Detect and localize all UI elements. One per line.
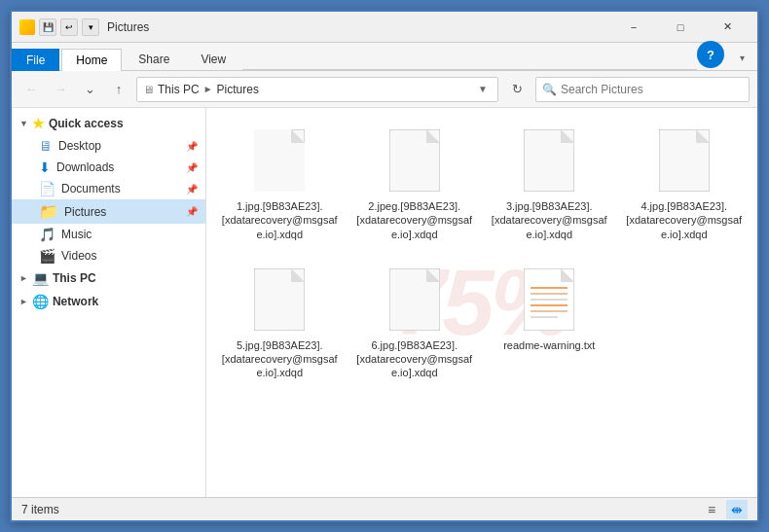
network-label: Network — [53, 295, 98, 308]
file-icon-txt — [524, 268, 574, 331]
videos-icon: 🎬 — [39, 248, 55, 264]
up-button[interactable]: ↑ — [107, 78, 130, 101]
network-header[interactable]: ► 🌐 Network — [12, 290, 205, 313]
title-bar: 💾 ↩ ▾ Pictures − □ ✕ — [12, 12, 757, 43]
close-button[interactable]: ✕ — [705, 12, 750, 43]
view-large-icons-button[interactable]: ⇼ — [726, 500, 748, 519]
sidebar-pictures-label: Pictures — [64, 205, 106, 219]
sidebar-item-music[interactable]: 🎵 Music — [12, 224, 205, 245]
recent-locations-button[interactable]: ⌄ — [78, 78, 101, 101]
sidebar-item-desktop[interactable]: 🖥 Desktop 📌 — [12, 135, 205, 157]
quick-access-header[interactable]: ▼ ★ Quick access — [12, 112, 205, 135]
file-item[interactable]: 5.jpg.[9B83AE23].[xdatarecovery@msgsafe.… — [216, 257, 344, 388]
path-segment-thispc[interactable]: This PC — [158, 83, 200, 96]
address-box[interactable]: 🖥 This PC ► Pictures ▼ — [136, 77, 498, 102]
sidebar-item-documents[interactable]: 📄 Documents 📌 — [12, 178, 205, 199]
files-grid: 1.jpg.[9B83AE23].[xdatarecovery@msgsafe.… — [216, 118, 748, 388]
status-bar: 7 items ≡ ⇼ — [12, 497, 757, 520]
downloads-icon: ⬇ — [39, 160, 51, 175]
file-item[interactable]: 6.jpg.[9B83AE23].[xdatarecovery@msgsafe.… — [351, 257, 479, 388]
file-item[interactable]: 4.jpg.[9B83AE23].[xdatarecovery@msgsafe.… — [621, 118, 749, 249]
qat-save-button[interactable]: 💾 — [39, 18, 56, 36]
window-controls: − □ ✕ — [611, 12, 750, 43]
back-button[interactable]: ← — [19, 78, 43, 101]
sidebar-item-pictures[interactable]: 📁 Pictures 📌 — [12, 199, 205, 224]
qat-dropdown-button[interactable]: ▾ — [82, 18, 99, 36]
documents-icon: 📄 — [39, 181, 55, 196]
pin-icon-documents: 📌 — [186, 184, 198, 195]
ribbon: File Home Share View ? ▾ — [12, 43, 757, 71]
file-item-readme[interactable]: readme-warning.txt — [486, 257, 613, 388]
refresh-button[interactable]: ↻ — [504, 77, 530, 102]
this-pc-icon: 💻 — [32, 270, 49, 286]
view-details-button[interactable]: ≡ — [701, 500, 722, 519]
ribbon-tabs: File Home Share View ? ▾ — [12, 43, 757, 70]
items-count: 7 items — [21, 503, 59, 516]
qat-undo-button[interactable]: ↩ — [60, 18, 78, 36]
tab-file[interactable]: File — [12, 49, 59, 71]
address-bar: ← → ⌄ ↑ 🖥 This PC ► Pictures ▼ ↻ 🔍 — [12, 71, 757, 108]
file-icon-2 — [389, 129, 440, 192]
this-pc-label: This PC — [53, 271, 96, 285]
this-pc-chevron: ► — [19, 273, 28, 283]
file-icon-wrapper — [653, 125, 715, 195]
tab-view[interactable]: View — [186, 48, 240, 70]
file-name: 4.jpg.[9B83AE23].[xdatarecovery@msgsafe.… — [626, 199, 743, 241]
content-area: 75% 1.jpg.[9B83AE23].[xdatarecovery@msgs… — [206, 108, 757, 497]
maximize-button[interactable]: □ — [658, 12, 703, 43]
address-dropdown-button[interactable]: ▼ — [474, 78, 492, 101]
file-icon-wrapper — [384, 125, 446, 195]
quick-access-chevron: ▼ — [19, 119, 28, 128]
window-icon — [19, 19, 35, 35]
path-separator-1: ► — [203, 84, 213, 94]
file-item[interactable]: 2.jpeg.[9B83AE23].[xdatarecovery@msgsafe… — [351, 118, 479, 249]
sidebar-item-downloads[interactable]: ⬇ Downloads 📌 — [12, 157, 205, 178]
network-icon: 🌐 — [32, 294, 49, 309]
file-item[interactable]: 3.jpg.[9B83AE23].[xdatarecovery@msgsafe.… — [486, 118, 613, 249]
pictures-icon: 📁 — [39, 202, 58, 221]
music-icon: 🎵 — [39, 227, 55, 242]
file-item[interactable]: 1.jpg.[9B83AE23].[xdatarecovery@msgsafe.… — [216, 118, 344, 249]
file-name: 1.jpg.[9B83AE23].[xdatarecovery@msgsafe.… — [221, 199, 338, 241]
star-icon: ★ — [32, 116, 45, 131]
forward-button[interactable]: → — [49, 78, 72, 101]
pin-icon-pictures: 📌 — [186, 206, 198, 217]
ribbon-expand-button[interactable]: ▾ — [730, 45, 753, 70]
file-icon-1 — [254, 129, 305, 192]
search-input[interactable] — [561, 83, 743, 96]
view-controls: ≡ ⇼ — [701, 500, 748, 519]
sidebar-desktop-label: Desktop — [58, 139, 101, 153]
help-button[interactable]: ? — [697, 41, 724, 68]
main-area: ▼ ★ Quick access 🖥 Desktop 📌 ⬇ Downloads… — [12, 108, 757, 497]
sidebar-downloads-label: Downloads — [56, 160, 114, 174]
sidebar-documents-label: Documents — [61, 182, 121, 195]
search-box[interactable]: 🔍 — [535, 77, 750, 102]
sidebar-music-label: Music — [61, 228, 92, 241]
network-chevron: ► — [19, 297, 28, 306]
desktop-icon: 🖥 — [39, 138, 53, 154]
this-pc-header[interactable]: ► 💻 This PC — [12, 266, 205, 290]
explorer-window: 💾 ↩ ▾ Pictures − □ ✕ File Home Share Vie… — [10, 10, 759, 522]
title-bar-left: 💾 ↩ ▾ Pictures — [19, 18, 611, 36]
search-icon: 🔍 — [542, 83, 557, 96]
file-icon-4 — [659, 129, 710, 192]
file-icon-wrapper — [518, 265, 580, 335]
file-name: 6.jpg.[9B83AE23].[xdatarecovery@msgsafe.… — [356, 338, 473, 380]
file-icon-5 — [254, 268, 305, 331]
file-icon-6 — [389, 268, 440, 331]
file-name: 3.jpg.[9B83AE23].[xdatarecovery@msgsafe.… — [491, 199, 607, 241]
tab-share[interactable]: Share — [124, 48, 184, 70]
sidebar-videos-label: Videos — [61, 249, 96, 263]
minimize-button[interactable]: − — [611, 12, 656, 43]
pin-icon: 📌 — [186, 141, 198, 152]
sidebar: ▼ ★ Quick access 🖥 Desktop 📌 ⬇ Downloads… — [12, 108, 206, 497]
quick-access-label: Quick access — [49, 117, 124, 130]
file-name-readme: readme-warning.txt — [503, 338, 595, 352]
pin-icon-downloads: 📌 — [186, 162, 198, 173]
tab-home[interactable]: Home — [61, 49, 122, 71]
sidebar-item-videos[interactable]: 🎬 Videos — [12, 245, 205, 266]
path-segment-pictures[interactable]: Pictures — [217, 83, 259, 96]
file-icon-wrapper — [384, 265, 446, 335]
file-name: 2.jpeg.[9B83AE23].[xdatarecovery@msgsafe… — [356, 199, 473, 241]
file-icon-wrapper — [248, 265, 311, 335]
